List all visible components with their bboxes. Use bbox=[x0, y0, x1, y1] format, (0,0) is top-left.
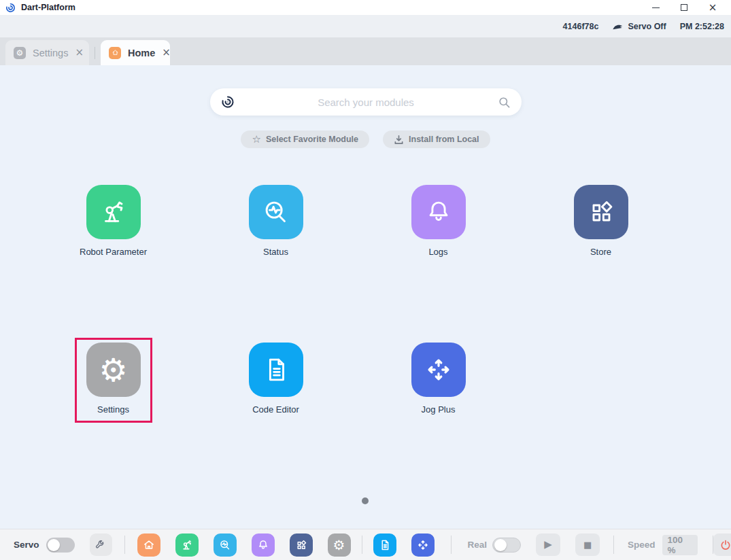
tab-settings[interactable]: ⚙ Settings × bbox=[5, 40, 89, 65]
home-icon bbox=[109, 47, 121, 59]
window-controls: × bbox=[641, 1, 727, 14]
module-store[interactable]: Store bbox=[574, 185, 628, 257]
power-button[interactable] bbox=[713, 533, 731, 556]
tab-close-icon[interactable]: × bbox=[75, 48, 84, 58]
toolbar-shortcut-logs[interactable] bbox=[252, 533, 275, 557]
module-label: Code Editor bbox=[252, 404, 299, 415]
tab-label: Home bbox=[128, 48, 155, 58]
toolbar-shortcut-home[interactable] bbox=[137, 533, 160, 557]
gear-icon: ⚙ bbox=[14, 47, 26, 59]
tab-home[interactable]: Home × bbox=[101, 40, 170, 65]
search-icon[interactable] bbox=[498, 96, 511, 109]
module-jog-plus[interactable]: Jog Plus bbox=[411, 343, 466, 415]
status-strip: 4146f78c Servo Off PM 2:52:28 bbox=[0, 15, 731, 37]
store-grid-icon bbox=[294, 538, 308, 552]
clock: PM 2:52:28 bbox=[680, 22, 724, 31]
servo-toggle[interactable] bbox=[46, 538, 75, 553]
toolbar-shortcut-jog-plus[interactable] bbox=[411, 533, 435, 557]
module-robot-parameter[interactable]: Robot Parameter bbox=[80, 185, 147, 257]
module-grid: Robot Parameter Status Logs bbox=[32, 185, 682, 423]
move-arrows-icon bbox=[416, 538, 430, 552]
toolbar-divider bbox=[362, 536, 362, 554]
status-monitor-icon bbox=[218, 538, 232, 552]
module-label: Logs bbox=[428, 247, 447, 257]
module-label: Robot Parameter bbox=[80, 247, 147, 257]
home-icon bbox=[142, 538, 156, 552]
dart-platform-logo-icon bbox=[5, 3, 16, 13]
star-icon: ☆ bbox=[252, 135, 260, 145]
bottom-toolbar: Servo ⚙ bbox=[0, 529, 731, 560]
toolbar-shortcut-code-editor[interactable] bbox=[373, 533, 396, 557]
select-favorite-module-button[interactable]: ☆ Select Favorite Module bbox=[241, 130, 369, 148]
pagination-dot[interactable] bbox=[362, 497, 369, 504]
gear-icon: ⚙ bbox=[86, 343, 141, 397]
maximize-icon[interactable] bbox=[670, 1, 698, 14]
gear-icon: ⚙ bbox=[333, 538, 345, 552]
document-icon bbox=[378, 538, 392, 552]
robot-arm-small-icon bbox=[612, 22, 624, 31]
real-toggle[interactable] bbox=[492, 538, 521, 553]
servo-toggle-label: Servo bbox=[14, 540, 39, 550]
module-code-editor[interactable]: Code Editor bbox=[249, 343, 303, 415]
store-grid-icon bbox=[574, 185, 628, 239]
toolbar-shortcut-robot-parameter[interactable] bbox=[175, 533, 199, 557]
bell-icon bbox=[256, 538, 270, 552]
servo-status[interactable]: Servo Off bbox=[612, 22, 666, 31]
title-bar: Dart-Platform × bbox=[0, 0, 731, 15]
module-label: Jog Plus bbox=[422, 404, 456, 415]
play-button[interactable]: ▶ bbox=[536, 533, 560, 556]
settings-highlight-box: ⚙ Settings bbox=[75, 338, 152, 423]
toolbar-divider bbox=[124, 536, 125, 554]
play-icon: ▶ bbox=[544, 540, 552, 550]
speed-label: Speed bbox=[628, 540, 656, 550]
search-input[interactable] bbox=[235, 97, 498, 108]
stop-button[interactable]: ■ bbox=[575, 533, 600, 556]
tab-label: Settings bbox=[33, 48, 68, 58]
toolbar-divider bbox=[613, 536, 614, 554]
robot-arm-icon bbox=[180, 538, 194, 552]
toolbar-shortcut-settings[interactable]: ⚙ bbox=[328, 533, 351, 557]
module-label: Status bbox=[263, 247, 288, 257]
real-toggle-label: Real bbox=[468, 540, 488, 550]
action-button-row: ☆ Select Favorite Module Install from Lo… bbox=[0, 130, 731, 148]
move-arrows-icon bbox=[411, 343, 466, 397]
button-label: Select Favorite Module bbox=[266, 135, 358, 144]
module-label: Store bbox=[590, 247, 611, 257]
tab-separator bbox=[95, 47, 95, 59]
wrench-icon bbox=[95, 539, 107, 551]
module-status[interactable]: Status bbox=[249, 185, 303, 257]
button-label: Install from Local bbox=[409, 135, 479, 144]
install-from-local-button[interactable]: Install from Local bbox=[383, 130, 490, 148]
tab-bar: ⚙ Settings × Home × bbox=[0, 37, 731, 65]
module-label: Settings bbox=[97, 404, 129, 415]
controller-id: 4146f78c bbox=[563, 22, 599, 31]
bell-icon bbox=[411, 185, 466, 239]
toolbar-shortcut-store[interactable] bbox=[290, 533, 313, 557]
speed-value[interactable]: 100 % bbox=[662, 535, 698, 555]
module-logs[interactable]: Logs bbox=[411, 185, 466, 257]
module-settings[interactable]: ⚙ Settings bbox=[86, 343, 141, 415]
dart-swirl-icon bbox=[221, 95, 235, 109]
power-icon bbox=[719, 539, 731, 551]
document-icon bbox=[249, 343, 303, 397]
home-screen: ☆ Select Favorite Module Install from Lo… bbox=[0, 65, 731, 529]
module-search-bar bbox=[210, 88, 522, 116]
status-monitor-icon bbox=[249, 185, 303, 239]
robot-arm-icon bbox=[86, 185, 141, 239]
tools-button[interactable] bbox=[90, 533, 112, 556]
app-title: Dart-Platform bbox=[21, 3, 75, 12]
download-icon bbox=[394, 135, 404, 145]
stop-icon: ■ bbox=[583, 540, 592, 549]
close-icon[interactable]: × bbox=[698, 1, 727, 14]
toolbar-shortcut-status[interactable] bbox=[214, 533, 237, 557]
servo-state-label: Servo Off bbox=[628, 22, 666, 31]
minimize-icon[interactable] bbox=[641, 1, 670, 14]
tab-close-icon[interactable]: × bbox=[162, 48, 171, 58]
toolbar-divider bbox=[451, 536, 452, 554]
